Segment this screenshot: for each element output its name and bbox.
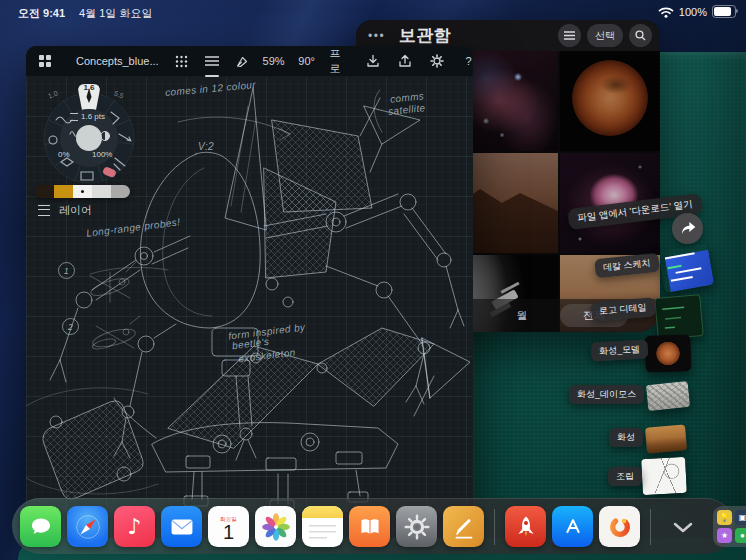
dock-icon-sketch-app[interactable] [443, 506, 484, 547]
share-button[interactable] [672, 213, 703, 244]
layers-button[interactable]: 레이어 [38, 203, 92, 218]
opacity-max-label[interactable]: 100% [92, 150, 112, 159]
safari-compass-icon [71, 510, 105, 544]
photos-flower-icon [259, 510, 293, 544]
active-size-label: 1.6 [77, 83, 101, 92]
annotation-marker-1: 1 [58, 262, 75, 279]
ipad-screen: 오전 9:41 4월 1일 화요일 100% ••• 보관함 [0, 0, 746, 560]
dock-collapse-button[interactable] [667, 517, 699, 537]
dock-icon-safari[interactable] [67, 506, 108, 547]
mini-app-camera-icon: ▣ [735, 510, 746, 525]
calendar-day: 1 [223, 522, 234, 543]
drag-label-assembly[interactable]: 조립 [608, 467, 642, 486]
books-open-book-icon [356, 515, 384, 539]
grid-2x2-icon [39, 55, 51, 67]
dock: ♪ 화요일 1 [12, 498, 734, 554]
annotation-version: V:2 [198, 141, 214, 152]
dots-grid-icon [175, 55, 188, 68]
export-icon [398, 54, 412, 68]
gallery-button[interactable] [36, 50, 54, 72]
stroke-icon [70, 113, 78, 121]
palette-swatch-gold[interactable] [54, 185, 73, 198]
dock-icon-app-store[interactable] [552, 506, 593, 547]
dock-icon-books[interactable] [349, 506, 390, 547]
view-options-button[interactable] [558, 24, 581, 47]
battery-percent: 100% [679, 6, 707, 18]
dock-icon-photos[interactable] [255, 506, 296, 547]
concepts-window: Concepts_blue... 59% 90° [26, 46, 473, 512]
status-bar: 오전 9:41 4월 1일 화요일 100% [0, 0, 746, 24]
dock-icon-c-app[interactable] [599, 506, 640, 547]
dock-app-library[interactable]: 💡 ▣ ★ ● [713, 506, 746, 547]
mini-app-star-icon: ★ [717, 528, 732, 543]
select-button[interactable]: 선택 [587, 24, 623, 47]
mini-app-green-icon: ● [735, 528, 746, 543]
palette-swatch-lightgray[interactable] [92, 185, 111, 198]
list-icon [564, 31, 575, 40]
dock-divider [650, 509, 651, 545]
gear-icon [430, 54, 444, 68]
stroke-width-label[interactable]: 1.6 pts [70, 112, 105, 121]
document-title[interactable]: Concepts_blue... [76, 55, 159, 67]
help-button[interactable]: ? [460, 50, 473, 72]
dock-icon-notes[interactable] [302, 506, 343, 547]
drag-thumb-mars-deimos[interactable] [646, 381, 690, 411]
photo-mars-desert[interactable] [458, 153, 558, 253]
drag-thumb-assembly[interactable] [641, 457, 687, 495]
app-store-a-icon [558, 512, 588, 542]
layers-label: 레이어 [59, 203, 92, 218]
color-palette[interactable] [35, 185, 130, 198]
import-button[interactable] [364, 50, 382, 72]
photo-nebula-horsehead[interactable] [458, 51, 558, 151]
annotation-marker-2: 2 [62, 318, 79, 335]
wifi-icon [658, 6, 674, 18]
search-button[interactable] [629, 24, 652, 47]
drag-label-mars-deimos[interactable]: 화성_데이모스 [569, 385, 644, 404]
opacity-min-label[interactable]: 0% [58, 150, 70, 159]
rotation-angle[interactable]: 90° [298, 50, 316, 72]
drag-label-mars-model[interactable]: 화성_모델 [591, 340, 649, 362]
dock-icon-rocket-app[interactable] [505, 506, 546, 547]
drag-label-mars[interactable]: 화성 [609, 428, 643, 447]
selection-tool-button[interactable] [233, 50, 251, 72]
music-note-icon: ♪ [127, 514, 141, 539]
pen-icon [449, 512, 479, 542]
more-options-button[interactable]: ••• [368, 29, 385, 43]
search-icon [635, 30, 646, 41]
filter-months[interactable]: 월 [500, 308, 544, 323]
dock-icon-calendar[interactable]: 화요일 1 [208, 506, 249, 547]
messages-bubble-icon [27, 514, 55, 540]
drag-thumb-decal-sketch[interactable] [658, 243, 715, 293]
dock-icon-music[interactable]: ♪ [114, 506, 155, 547]
palette-swatch-white-selected[interactable] [73, 185, 92, 198]
rocket-icon [512, 513, 540, 541]
drag-thumb-mars-model[interactable] [644, 334, 691, 373]
photo-mars-planet[interactable] [560, 51, 660, 151]
battery-icon [712, 5, 736, 18]
palette-swatch-black[interactable] [35, 185, 54, 198]
c-swirl-icon [604, 511, 636, 543]
share-arrow-icon [680, 222, 696, 236]
color-well[interactable] [76, 125, 102, 151]
settings-button[interactable] [428, 50, 446, 72]
import-icon [366, 54, 380, 68]
layers-menu-button[interactable] [203, 50, 221, 72]
drag-thumb-mars[interactable] [645, 424, 687, 453]
drag-thumb-logo-detail[interactable] [654, 294, 703, 340]
dock-icon-settings[interactable] [396, 506, 437, 547]
photos-title: 보관함 [399, 24, 451, 47]
export-button[interactable] [396, 50, 414, 72]
lines-icon [205, 56, 219, 66]
dock-icon-messages[interactable] [20, 506, 61, 547]
palette-swatch-gray[interactable] [111, 185, 130, 198]
concepts-toolbar: Concepts_blue... 59% 90° [26, 46, 473, 77]
dock-divider [494, 509, 495, 545]
pen-nib-icon [235, 55, 248, 68]
dock-icon-mail[interactable] [161, 506, 202, 547]
zoom-level[interactable]: 59% [264, 50, 284, 72]
pro-button[interactable]: 프로 [330, 50, 350, 72]
mini-app-tips-icon: 💡 [717, 510, 732, 525]
layers-icon [38, 205, 50, 216]
precision-menu-button[interactable] [173, 50, 191, 72]
mail-envelope-icon [168, 516, 196, 538]
